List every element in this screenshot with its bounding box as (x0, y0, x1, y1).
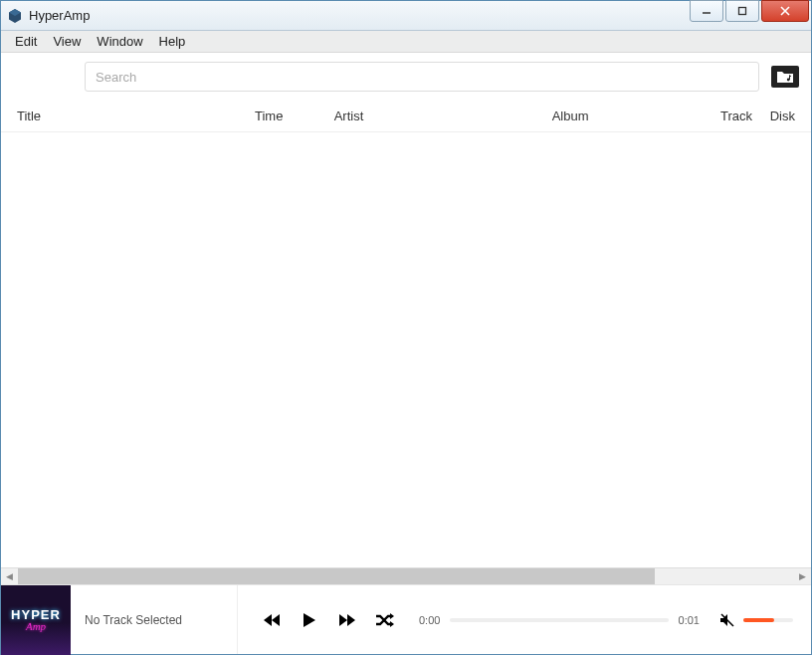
album-art-text-amp: Amp (26, 620, 46, 632)
column-time[interactable]: Time (255, 109, 334, 123)
album-art: HYPER Amp (1, 585, 71, 655)
menubar: Edit View Window Help (1, 31, 811, 53)
shuffle-button[interactable] (375, 610, 395, 630)
volume-group (719, 612, 811, 628)
maximize-button[interactable] (725, 0, 759, 22)
scrollbar-thumb[interactable] (18, 568, 655, 584)
column-disk[interactable]: Disk (770, 109, 795, 123)
volume-slider[interactable] (743, 618, 793, 622)
svg-rect-3 (739, 8, 746, 15)
speaker-muted-icon (719, 612, 735, 628)
player-bar: HYPER Amp No Track Selected (1, 584, 811, 654)
play-icon (303, 612, 316, 628)
mute-button[interactable] (719, 612, 735, 628)
svg-marker-8 (272, 614, 280, 626)
rewind-icon (263, 613, 281, 627)
music-folder-button[interactable] (771, 66, 799, 88)
menu-window[interactable]: Window (89, 34, 150, 49)
shuffle-icon (375, 612, 395, 628)
play-button[interactable] (300, 610, 319, 630)
progress-group: 0:00 0:01 (419, 614, 719, 626)
progress-bar[interactable] (450, 618, 668, 622)
fast-forward-icon (338, 613, 356, 627)
column-artist[interactable]: Artist (334, 109, 552, 123)
column-title[interactable]: Title (17, 109, 255, 123)
app-icon (7, 8, 23, 24)
previous-button[interactable] (262, 610, 282, 630)
search-input[interactable] (85, 62, 759, 92)
svg-marker-9 (264, 614, 272, 626)
column-headers: Title Time Artist Album Track Disk (1, 101, 811, 132)
scroll-left-arrow-icon[interactable]: ◀ (1, 568, 18, 585)
close-button[interactable] (761, 0, 809, 22)
window-controls (690, 1, 811, 30)
menu-edit[interactable]: Edit (7, 34, 45, 49)
total-time: 0:01 (679, 614, 700, 626)
svg-marker-11 (339, 614, 347, 626)
svg-marker-10 (304, 613, 315, 627)
track-list (1, 132, 811, 567)
next-button[interactable] (337, 610, 357, 630)
svg-marker-14 (390, 621, 394, 627)
app-window: HyperAmp Edit View Window Help (0, 0, 812, 655)
volume-fill (743, 618, 774, 622)
menu-help[interactable]: Help (151, 34, 194, 49)
now-playing-label: No Track Selected (71, 585, 238, 654)
scroll-right-arrow-icon[interactable]: ▶ (794, 568, 811, 585)
svg-marker-12 (347, 614, 355, 626)
playback-controls (238, 610, 419, 630)
music-folder-icon (777, 70, 793, 84)
titlebar: HyperAmp (1, 1, 811, 31)
menu-view[interactable]: View (45, 34, 89, 49)
scrollbar-track[interactable] (18, 568, 794, 584)
svg-marker-13 (390, 613, 394, 619)
column-album[interactable]: Album (552, 109, 720, 123)
search-row (1, 53, 811, 101)
minimize-button[interactable] (690, 0, 723, 22)
column-track[interactable]: Track (720, 109, 770, 123)
window-title: HyperAmp (29, 8, 690, 23)
current-time: 0:00 (419, 614, 440, 626)
horizontal-scrollbar[interactable]: ◀ ▶ (1, 567, 811, 584)
